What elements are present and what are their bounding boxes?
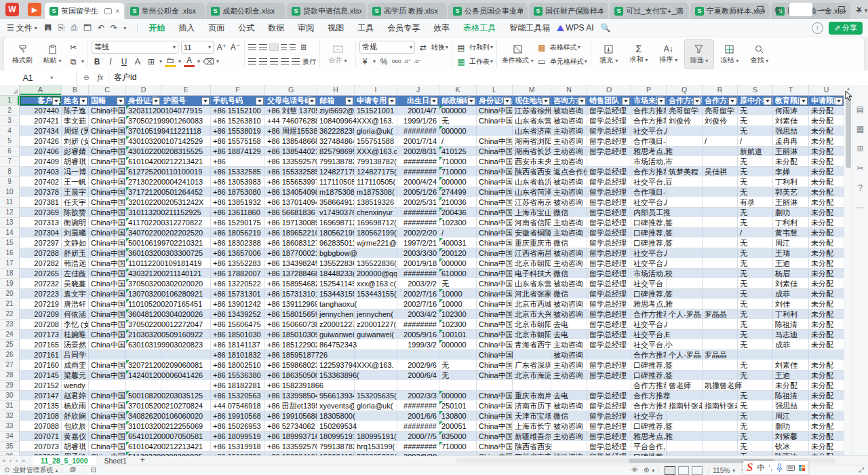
cell-U9[interactable]: 未分配 [809, 177, 844, 187]
cell-R22[interactable]: 罗晶晶 [703, 309, 738, 320]
cell-U35[interactable]: 未分配 [809, 442, 844, 452]
cell-M32[interactable]: 天津市宝坻 [513, 411, 551, 421]
cell-M24[interactable]: 北京市朝阳 [513, 330, 551, 340]
cell-C3[interactable]: China中国 [89, 116, 126, 126]
cell-O17[interactable]: 留学总经理 [587, 259, 631, 269]
cell-F3[interactable]: +86 15263810 [211, 116, 265, 126]
cell-L31[interactable]: China中国 [477, 401, 513, 411]
cell-P13[interactable]: 口碑推荐,签 [631, 218, 667, 228]
cell-C5[interactable]: China中国 [89, 136, 126, 147]
filter-button[interactable] [693, 97, 701, 105]
row-header-12[interactable]: 12 [0, 208, 20, 218]
cell-I6[interactable]: XXX@163.c [355, 147, 397, 157]
doc-tab[interactable]: S贷款申请信息.xlsx [287, 3, 366, 19]
col-header-R[interactable]: R [703, 85, 738, 95]
cell-H2[interactable]: ziyi5692@q [317, 106, 355, 116]
filter-button[interactable] [835, 97, 843, 105]
menu-tab-插入[interactable]: 插入 [172, 21, 201, 35]
cell-R27[interactable] [703, 360, 738, 370]
cell-F5[interactable]: +86 15575158 [211, 136, 265, 147]
worksheet-button[interactable]: 工作表 ▾ [469, 57, 493, 66]
sort-button[interactable]: A↓ 排序 ▾ [654, 39, 683, 69]
cell-M15[interactable]: 重庆重庆市 [513, 238, 551, 248]
cell-H10[interactable]: m1875308( [317, 187, 355, 197]
cell-B3[interactable]: 李文茹 (女) [62, 116, 89, 126]
cell-T10[interactable]: 郭美艺 [773, 187, 809, 197]
cell-P16[interactable]: 社交平台,/ [631, 248, 667, 259]
cell-C1[interactable]: 国籍 [89, 96, 126, 106]
cell-O3[interactable]: 留学总经理 [587, 116, 631, 126]
cell-N21[interactable]: 被动咨询 [551, 299, 587, 309]
cell-O20[interactable]: 留学总经理 [587, 289, 631, 299]
row-header-5[interactable]: 5 [0, 136, 20, 147]
cell-O5[interactable]: 留学总经理 [587, 136, 631, 147]
col-header-L[interactable]: L [477, 85, 513, 95]
cell-F31[interactable]: +44 07546918 [211, 401, 265, 411]
menu-tab-智能工具箱[interactable]: 智能工具箱 [502, 21, 557, 35]
cell-T9[interactable]: 丁利利 [773, 177, 809, 187]
cell-B29[interactable]: wendy [62, 381, 89, 391]
row-header-23[interactable]: 23 [0, 320, 20, 330]
cell-H14[interactable]: 180562199 [317, 228, 355, 238]
cell-O34[interactable]: 留学总经理 [587, 432, 631, 442]
row-header-9[interactable]: 9 [0, 177, 20, 187]
cell-H18[interactable]: 18448233( [317, 269, 355, 279]
fill-color-icon[interactable]: 🗀 [165, 56, 176, 67]
toolbox-icon[interactable] [799, 465, 805, 471]
cell-J5[interactable]: 2001/7/14 [397, 136, 439, 147]
cell-S2[interactable]: 无 [738, 106, 773, 116]
clear-format-icon[interactable]: ⌫ [203, 57, 214, 66]
cell-A7[interactable]: 207409 [20, 157, 62, 167]
cell-P31[interactable]: 合作方推荐 [631, 401, 667, 411]
cell-S8[interactable]: 无 [738, 167, 773, 177]
cell-R24[interactable] [703, 330, 738, 340]
cell-L15[interactable]: China中国 [477, 238, 513, 248]
cell-G6[interactable]: +86 13854402198 [265, 147, 317, 157]
cell-I21[interactable] [355, 299, 397, 309]
cell-B25[interactable]: 汤景然 (女) [62, 340, 89, 350]
cell-N33[interactable]: 被动咨询 [551, 421, 587, 432]
cell-A10[interactable]: 207378 [20, 187, 62, 197]
cell-G8[interactable]: +86 15533258500 [265, 167, 317, 177]
cell-M21[interactable]: 北京市西城 [513, 299, 551, 309]
strikethrough-button[interactable]: A [132, 57, 143, 66]
cell-L17[interactable]: China中国 [477, 259, 513, 269]
cell-D24[interactable]: 210303200509160922 [126, 330, 161, 340]
record-icon[interactable]: 🗊 [69, 466, 76, 474]
cell-L6[interactable]: China中国 [477, 147, 513, 157]
align-bottom-icon[interactable] [270, 44, 278, 50]
cell-F33[interactable]: +86 15026953 [211, 421, 265, 432]
cell-A21[interactable]: 207219 [20, 299, 62, 309]
cell-Q31[interactable]: 指南针张老师张 [667, 401, 703, 411]
cell-K16[interactable]: 200120 [439, 248, 477, 259]
cell-R18[interactable] [703, 269, 738, 279]
cell-F11[interactable]: +86 13851932 [211, 197, 265, 208]
cell-S17[interactable]: 无 [738, 259, 773, 269]
cell-U22[interactable]: 未分配 [809, 309, 844, 320]
decrease-font-icon[interactable]: A⁻ [230, 43, 241, 52]
cell-H33[interactable]: 150269534 [317, 421, 355, 432]
cell-K18[interactable]: 610000 [439, 269, 477, 279]
cell-U34[interactable]: 未分配 [809, 432, 844, 442]
cell-B14[interactable]: 刘晨曦 (女) [62, 228, 89, 238]
cell-O16[interactable]: 留学总经理 [587, 248, 631, 259]
cell-J24[interactable]: 2005/9/16 [397, 330, 439, 340]
cell-D14[interactable]: 340702200202202520 [126, 228, 161, 238]
cell-I2[interactable]: 151521001 [355, 106, 397, 116]
cell-B5[interactable]: 刘妍 (女) [62, 136, 89, 147]
wps-logo-icon[interactable]: W [5, 3, 19, 16]
cell-R11[interactable] [703, 197, 738, 208]
cell-G20[interactable]: +86 1573131016 [265, 289, 317, 299]
cell-F25[interactable]: +86 18141137 [211, 340, 265, 350]
cell-N24[interactable]: 去电 [551, 330, 587, 340]
comment-icon[interactable] [104, 8, 112, 14]
cell-O10[interactable]: 留学总经理 [587, 187, 631, 197]
cell-F19[interactable]: +86 13220522 [211, 279, 265, 289]
cell-U5[interactable]: 未分配 [809, 136, 844, 147]
cell-L3[interactable]: China中国 [477, 116, 513, 126]
close-button[interactable]: ✕ [850, 2, 868, 17]
cell-S28[interactable]: 无 [738, 370, 773, 381]
cell-U24[interactable]: 未分配 [809, 330, 844, 340]
cell-I17[interactable]: 135522836( [355, 259, 397, 269]
cell-N11[interactable]: 被动咨询 [551, 197, 587, 208]
